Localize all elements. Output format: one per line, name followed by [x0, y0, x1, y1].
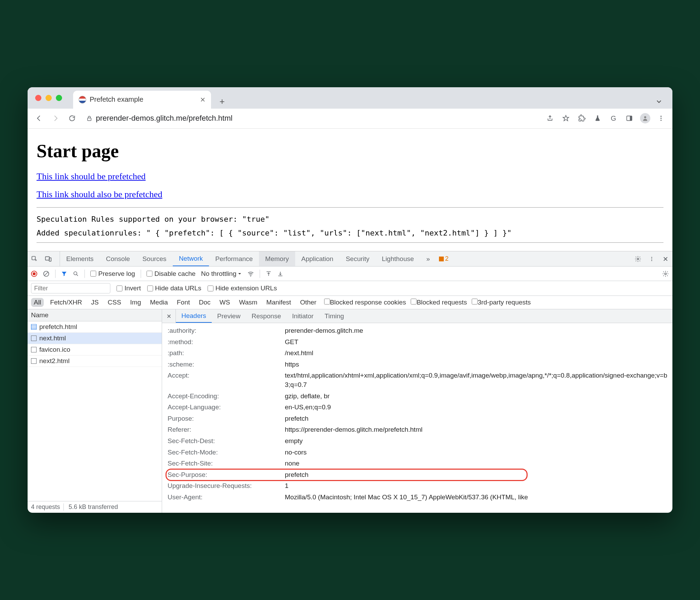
header-value: https: [285, 360, 672, 369]
type-filter-js[interactable]: JS: [88, 298, 101, 307]
header-key: Sec-Fetch-Mode:: [168, 448, 285, 457]
preserve-log-checkbox[interactable]: Preserve log: [90, 270, 135, 278]
subtab-preview[interactable]: Preview: [212, 309, 246, 323]
panel-tab-console[interactable]: Console: [100, 251, 136, 266]
svg-point-6: [660, 120, 661, 121]
hide-data-urls-checkbox[interactable]: Hide data URLs: [147, 284, 201, 292]
type-filter-wasm[interactable]: Wasm: [236, 298, 260, 307]
reload-button[interactable]: [65, 111, 79, 126]
more-panels-icon[interactable]: »: [420, 251, 436, 266]
browser-window: Prefetch example + prerender-demos.glitc…: [28, 87, 672, 513]
type-filter-doc[interactable]: Doc: [196, 298, 213, 307]
record-icon[interactable]: [31, 271, 37, 277]
panel-tab-sources[interactable]: Sources: [136, 251, 173, 266]
header-value: empty: [285, 437, 672, 446]
type-filter-media[interactable]: Media: [147, 298, 171, 307]
header-row: Referer:https://prerender-demos.glitch.m…: [168, 424, 672, 436]
blocked-cookies-checkbox[interactable]: Blocked response cookies: [324, 299, 406, 306]
device-icon[interactable]: [41, 251, 55, 266]
subtab-timing[interactable]: Timing: [319, 309, 349, 323]
type-filter-css[interactable]: CSS: [105, 298, 124, 307]
new-tab-button[interactable]: +: [215, 95, 229, 109]
network-settings-icon[interactable]: [662, 270, 669, 277]
star-icon[interactable]: [559, 111, 573, 126]
type-filter-manifest[interactable]: Manifest: [263, 298, 294, 307]
panel-tab-elements[interactable]: Elements: [60, 251, 100, 266]
subtab-headers[interactable]: Headers: [176, 309, 212, 323]
clear-icon[interactable]: [43, 270, 50, 277]
warning-badge[interactable]: 2: [436, 251, 451, 266]
close-window-icon[interactable]: [35, 95, 41, 101]
type-filter-img[interactable]: Img: [127, 298, 144, 307]
panel-tab-memory[interactable]: Memory: [259, 251, 295, 266]
disable-cache-checkbox[interactable]: Disable cache: [147, 270, 196, 278]
header-value: prerender-demos.glitch.me: [285, 326, 672, 336]
type-filter-all[interactable]: All: [31, 298, 44, 307]
back-button[interactable]: [32, 111, 46, 126]
request-row[interactable]: next.html: [28, 333, 162, 344]
request-row[interactable]: prefetch.html: [28, 321, 162, 333]
panel-tab-lighthouse[interactable]: Lighthouse: [376, 251, 420, 266]
share-icon[interactable]: [543, 111, 557, 126]
panel-tab-network[interactable]: Network: [173, 251, 209, 266]
header-key: :authority:: [168, 326, 285, 336]
header-row: Accept-Encoding:gzip, deflate, br: [168, 391, 672, 402]
throttling-select[interactable]: No throttling: [201, 270, 242, 278]
type-filter-fetch-xhr[interactable]: Fetch/XHR: [47, 298, 85, 307]
svg-point-4: [660, 116, 661, 117]
prefetch-link-2[interactable]: This link should also be prefetched: [37, 189, 663, 200]
header-row: :scheme:https: [168, 359, 672, 370]
close-tab-icon[interactable]: [200, 97, 206, 102]
header-key: :scheme:: [168, 360, 285, 369]
type-filter-other[interactable]: Other: [297, 298, 319, 307]
header-key: Sec-Purpose:: [168, 470, 285, 480]
blocked-requests-checkbox[interactable]: Blocked requests: [411, 299, 467, 306]
profile-icon[interactable]: [638, 111, 652, 126]
invert-checkbox[interactable]: Invert: [117, 284, 141, 292]
request-count: 4 requests: [31, 503, 60, 511]
file-icon: [31, 358, 37, 364]
panel-tab-application[interactable]: Application: [295, 251, 340, 266]
page-content: Start page This link should be prefetche…: [28, 129, 672, 251]
third-party-checkbox[interactable]: 3rd-party requests: [472, 299, 531, 306]
type-filter-font[interactable]: Font: [174, 298, 193, 307]
minimize-window-icon[interactable]: [46, 95, 52, 101]
type-filter-ws[interactable]: WS: [217, 298, 233, 307]
flask-icon[interactable]: [590, 111, 605, 126]
hide-extension-urls-checkbox[interactable]: Hide extension URLs: [208, 284, 277, 292]
header-key: Referer:: [168, 425, 285, 434]
tab-overflow-chevron-icon[interactable]: [650, 94, 668, 109]
request-row[interactable]: next2.html: [28, 356, 162, 367]
subtab-initiator[interactable]: Initiator: [287, 309, 319, 323]
header-row: Sec-Fetch-Dest:empty: [168, 436, 672, 447]
inspect-icon[interactable]: [28, 251, 41, 266]
header-row: Purpose:prefetch: [168, 413, 672, 424]
import-har-icon[interactable]: [266, 271, 272, 277]
extensions-icon[interactable]: [574, 111, 589, 126]
fullscreen-window-icon[interactable]: [56, 95, 62, 101]
side-panel-icon[interactable]: [622, 111, 637, 126]
filter-input[interactable]: [31, 283, 110, 293]
address-bar[interactable]: prerender-demos.glitch.me/prefetch.html: [81, 111, 541, 125]
subtab-response[interactable]: Response: [246, 309, 287, 323]
close-devtools-icon[interactable]: [659, 251, 672, 266]
export-har-icon[interactable]: [277, 271, 283, 277]
panel-tab-performance[interactable]: Performance: [209, 251, 259, 266]
filter-icon[interactable]: [61, 271, 67, 277]
request-row[interactable]: favicon.ico: [28, 344, 162, 356]
search-icon[interactable]: [73, 271, 79, 277]
settings-gear-icon[interactable]: [631, 251, 645, 266]
forward-button[interactable]: [48, 111, 63, 126]
close-detail-icon[interactable]: [162, 309, 176, 323]
g-icon[interactable]: G: [606, 111, 621, 126]
speculation-rules-supported: Speculation Rules supported on your brow…: [37, 212, 663, 226]
prefetch-link-1[interactable]: This link should be prefetched: [37, 171, 663, 182]
transferred-size: 5.6 kB transferred: [63, 503, 118, 511]
network-conditions-icon[interactable]: [247, 270, 254, 277]
devtools-kebab-icon[interactable]: [645, 251, 659, 266]
kebab-menu-icon[interactable]: [654, 111, 668, 126]
name-column-header[interactable]: Name: [28, 309, 162, 321]
warning-icon: [439, 257, 444, 261]
browser-tab[interactable]: Prefetch example: [73, 91, 211, 109]
panel-tab-security[interactable]: Security: [340, 251, 376, 266]
